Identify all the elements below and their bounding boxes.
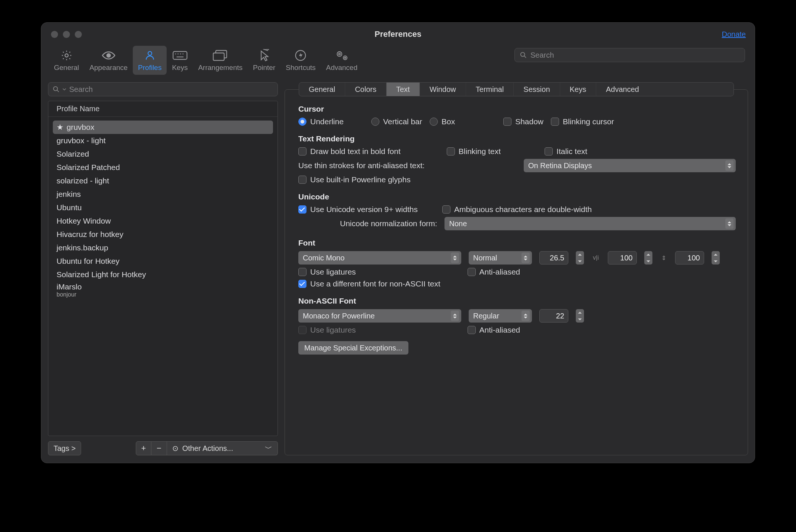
profile-item[interactable]: jenkins: [53, 188, 273, 201]
toolbar-arrangements[interactable]: Arrangements: [193, 46, 248, 75]
font-size-stepper[interactable]: [576, 251, 584, 265]
tab-terminal[interactable]: Terminal: [466, 83, 514, 96]
bolt-icon: [295, 48, 306, 63]
tab-window[interactable]: Window: [420, 83, 466, 96]
cursor-section-title: Cursor: [298, 105, 736, 113]
cursor-box-radio[interactable]: Box: [430, 117, 455, 126]
tab-general[interactable]: General: [299, 83, 345, 96]
cursor-shadow-checkbox[interactable]: Shadow: [503, 117, 543, 126]
profile-item[interactable]: Hotkey Window: [53, 214, 273, 228]
minimize-button[interactable]: [63, 31, 70, 38]
toolbar-search[interactable]: [514, 48, 745, 62]
tags-button[interactable]: Tags >: [48, 441, 81, 455]
profile-item[interactable]: Hivacruz for hotkey: [53, 228, 273, 241]
font-size-field[interactable]: 26.5: [539, 251, 568, 265]
gears-icon: [335, 48, 349, 63]
cursor-underline-radio[interactable]: Underline: [298, 117, 344, 126]
nonascii-size-stepper[interactable]: [576, 309, 584, 323]
profile-item[interactable]: jenkins.backup: [53, 241, 273, 254]
tab-session[interactable]: Session: [514, 83, 560, 96]
bold-checkbox[interactable]: Draw bold text in bold font: [298, 147, 401, 156]
profile-item[interactable]: ★gruvbox: [53, 121, 273, 134]
zoom-button[interactable]: [75, 31, 82, 38]
toolbar-label: Arrangements: [198, 64, 243, 72]
checkbox-label: Use a different font for non-ASCII text: [310, 279, 440, 288]
select-value: Regular: [473, 312, 499, 320]
chevron-down-icon: ﹀: [265, 443, 272, 454]
add-profile-button[interactable]: +: [136, 441, 151, 455]
nonascii-size-field[interactable]: 22: [539, 309, 568, 323]
cursor-blinking-checkbox[interactable]: Blinking cursor: [551, 117, 614, 126]
toolbar-advanced[interactable]: Advanced: [321, 46, 363, 75]
toolbar-general[interactable]: General: [49, 46, 84, 75]
svg-point-1: [107, 54, 110, 57]
blinking-text-checkbox[interactable]: Blinking text: [447, 147, 501, 156]
manage-exceptions-button[interactable]: Manage Special Exceptions...: [298, 341, 408, 355]
nonascii-ligatures-checkbox[interactable]: Use ligatures: [298, 326, 356, 334]
tab-advanced[interactable]: Advanced: [596, 83, 649, 96]
profile-item[interactable]: Ubuntu for Hotkey: [53, 254, 273, 268]
profile-search-input[interactable]: [69, 85, 273, 94]
nonascii-antialiased-checkbox[interactable]: Anti-aliased: [468, 326, 520, 334]
toolbar-search-input[interactable]: [530, 51, 739, 60]
letter-spacing-field[interactable]: 100: [608, 251, 637, 265]
profile-item[interactable]: Solarized Light for Hotkey: [53, 268, 273, 281]
nonascii-weight-select[interactable]: Regular: [469, 309, 532, 323]
profile-list: Profile Name ★gruvboxgruvbox - lightSola…: [48, 101, 278, 436]
nonascii-section-title: Non-ASCII Font: [298, 297, 736, 305]
line-spacing-field[interactable]: 100: [675, 251, 704, 265]
font-family-select[interactable]: Comic Mono: [298, 251, 461, 265]
profile-item[interactable]: Solarized Patched: [53, 161, 273, 174]
person-icon: [144, 48, 155, 63]
powerline-checkbox[interactable]: Use built-in Powerline glyphs: [298, 175, 411, 184]
line-spacing-stepper[interactable]: [712, 251, 720, 265]
profile-item[interactable]: gruvbox - light: [53, 134, 273, 147]
traffic-lights: [51, 31, 82, 38]
other-actions-button[interactable]: ⊙ Other Actions... ﹀: [167, 441, 278, 455]
antialiased-checkbox[interactable]: Anti-aliased: [468, 267, 520, 276]
text-panel: Cursor Underline Vertical bar Box Shadow…: [285, 89, 748, 455]
select-value: Normal: [473, 254, 497, 262]
toolbar-label: Pointer: [253, 64, 275, 72]
normalization-select[interactable]: None: [444, 217, 736, 230]
tab-colors[interactable]: Colors: [345, 83, 386, 96]
ligatures-checkbox[interactable]: Use ligatures: [298, 267, 356, 276]
profile-list-header[interactable]: Profile Name: [48, 101, 277, 117]
toolbar-shortcuts[interactable]: Shortcuts: [280, 46, 321, 75]
tab-keys[interactable]: Keys: [560, 83, 596, 96]
toolbar-pointer[interactable]: Pointer: [248, 46, 280, 75]
select-arrows-icon: [725, 160, 734, 171]
profile-item[interactable]: Ubuntu: [53, 201, 273, 214]
italic-checkbox[interactable]: Italic text: [545, 147, 587, 156]
keyboard-icon: [173, 48, 187, 63]
nonascii-family-select[interactable]: Monaco for Powerline: [298, 309, 461, 323]
ambiguous-checkbox[interactable]: Ambiguous characters are double-width: [442, 205, 592, 214]
titlebar: Preferences Donate: [41, 23, 755, 46]
windows-icon: [213, 48, 228, 63]
letter-spacing-stepper[interactable]: [644, 251, 652, 265]
text-rendering-section-title: Text Rendering: [298, 134, 736, 143]
profile-search[interactable]: [48, 82, 278, 96]
unicode-v9-checkbox[interactable]: Use Unicode version 9+ widths: [298, 205, 418, 214]
toolbar-profiles[interactable]: Profiles: [133, 46, 167, 75]
nonascii-diff-checkbox[interactable]: Use a different font for non-ASCII text: [298, 279, 440, 288]
thin-strokes-label: Use thin strokes for anti-aliased text:: [298, 161, 425, 170]
profile-item[interactable]: iMarslobonjour: [53, 281, 273, 299]
donate-link[interactable]: Donate: [722, 30, 746, 39]
radio-label: Underline: [310, 117, 344, 126]
toolbar-label: Advanced: [326, 64, 358, 72]
cursor-vertical-radio[interactable]: Vertical bar: [371, 117, 422, 126]
chevron-down-icon: [62, 87, 66, 91]
close-button[interactable]: [51, 31, 58, 38]
toolbar-keys[interactable]: Keys: [167, 46, 193, 75]
font-weight-select[interactable]: Normal: [469, 251, 532, 265]
thin-strokes-select[interactable]: On Retina Displays: [524, 159, 736, 172]
remove-profile-button[interactable]: −: [151, 441, 167, 455]
profile-item[interactable]: solarized - light: [53, 174, 273, 188]
svg-point-2: [148, 51, 152, 55]
profile-item[interactable]: Solarized: [53, 147, 273, 161]
toolbar-appearance[interactable]: Appearance: [84, 46, 133, 75]
tab-text[interactable]: Text: [386, 83, 420, 96]
select-arrows-icon: [451, 253, 459, 263]
profile-bottom-bar: Tags > + − ⊙ Other Actions... ﹀: [48, 441, 278, 455]
